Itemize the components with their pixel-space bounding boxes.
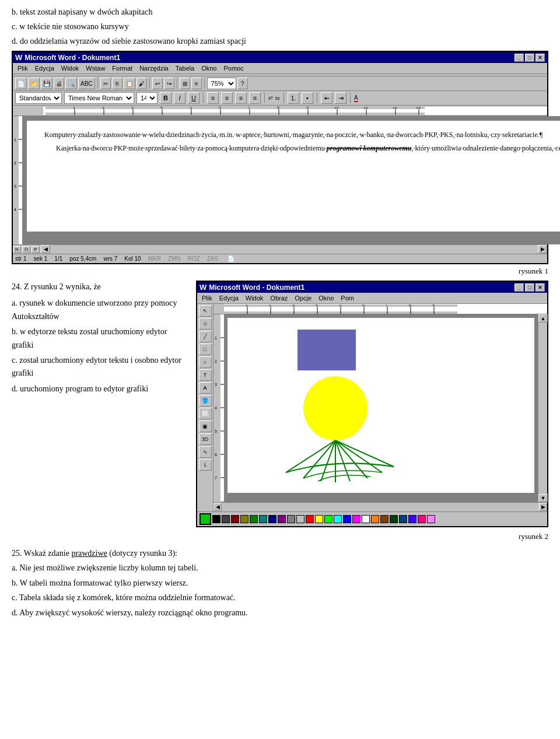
scroll-right-btn-2[interactable]: ▶: [539, 503, 547, 511]
print-button[interactable]: 🖨: [54, 78, 64, 89]
color-cyan[interactable]: [334, 515, 342, 523]
color-olive[interactable]: [240, 515, 249, 523]
draw-text-tool[interactable]: T: [199, 369, 212, 381]
color-teal[interactable]: [259, 515, 267, 523]
zoom-select[interactable]: 75% 100% 150%: [207, 78, 236, 89]
color-hot-pink[interactable]: [418, 515, 426, 523]
redo-button[interactable]: ↪: [164, 78, 174, 89]
menu-tabela[interactable]: Tabela: [172, 64, 198, 73]
menu-narzedzia[interactable]: Narzędzia: [136, 64, 172, 73]
paste-button[interactable]: 📋: [124, 78, 135, 89]
document-area-1[interactable]: Komputery·znalazły·zastosowanie·w·wielu·…: [22, 116, 560, 244]
scroll-down-btn-2[interactable]: ▼: [538, 494, 548, 502]
draw-select-tool[interactable]: ⊹: [199, 318, 212, 330]
menu-plik[interactable]: Plik: [14, 64, 32, 73]
menu2-edycja[interactable]: Edycja: [216, 293, 242, 303]
color-violet[interactable]: [408, 515, 416, 523]
decrease-indent-button[interactable]: ⇤: [321, 92, 332, 104]
draw-arrow-tool[interactable]: ↖: [199, 305, 212, 317]
draw-fill-tool[interactable]: 🪣: [199, 395, 212, 407]
style-select[interactable]: Standardowy: [15, 92, 62, 104]
menu2-pom[interactable]: Pom: [337, 293, 358, 303]
color-dark-green[interactable]: [250, 515, 258, 523]
maximize-button[interactable]: □: [525, 54, 534, 62]
color-brown[interactable]: [380, 515, 388, 523]
scroll-right-button[interactable]: ▶: [538, 245, 547, 253]
color-dark-gray[interactable]: [222, 515, 230, 523]
save-button[interactable]: 💾: [41, 78, 52, 89]
color-white[interactable]: [362, 515, 370, 523]
color-navy2[interactable]: [399, 515, 407, 523]
normal-view-button[interactable]: N: [13, 246, 21, 253]
menu2-plik[interactable]: Plik: [198, 293, 216, 303]
menu-wstaw[interactable]: Wstaw: [82, 64, 108, 73]
maximize-button-2[interactable]: □: [525, 283, 534, 292]
new-doc-button[interactable]: 📄: [15, 78, 27, 89]
bullets-button[interactable]: •: [302, 92, 313, 104]
align-center-button[interactable]: ≡: [221, 92, 233, 104]
italic-button[interactable]: I: [174, 92, 186, 104]
font-select[interactable]: Times New Roman: [64, 92, 134, 104]
scrollbar-bottom-2[interactable]: ◀ ▶: [214, 502, 547, 512]
color-dark-blue[interactable]: [268, 515, 276, 523]
scrollbar-right-2[interactable]: ▲ ▼: [538, 314, 547, 502]
spell-button[interactable]: ABC: [78, 78, 95, 89]
draw-shadow-tool[interactable]: ▣: [199, 421, 212, 432]
numbering-button[interactable]: 1.: [288, 92, 299, 104]
menu2-widok[interactable]: Widok: [242, 293, 267, 303]
color-magenta[interactable]: [352, 515, 360, 523]
menu-widok[interactable]: Widok: [58, 64, 83, 73]
menu2-obraz[interactable]: Obraz: [267, 293, 291, 303]
undo-button[interactable]: ↩: [152, 78, 163, 89]
cut-button[interactable]: ✂: [100, 78, 111, 89]
color-dark-red[interactable]: [231, 515, 239, 523]
scroll-up-btn-2[interactable]: ▲: [538, 314, 548, 323]
preview-button[interactable]: 🔍: [65, 78, 77, 89]
help-button[interactable]: ?: [237, 78, 248, 89]
color-silver[interactable]: [296, 515, 304, 523]
align-justify-button[interactable]: ≡: [249, 92, 261, 104]
menu2-okno[interactable]: Okno: [315, 293, 337, 303]
open-button[interactable]: 📂: [28, 78, 40, 89]
minimize-button-2[interactable]: _: [514, 283, 524, 292]
table-button[interactable]: ⊞: [180, 78, 190, 89]
subscript-btn[interactable]: x₂: [275, 95, 281, 101]
format-painter-button[interactable]: 🖌: [136, 78, 147, 89]
drawing-bg[interactable]: [224, 314, 538, 502]
color-lime[interactable]: [324, 515, 332, 523]
copy-button[interactable]: ⎘: [112, 78, 123, 89]
bold-button[interactable]: B: [160, 92, 172, 104]
color-purple[interactable]: [278, 515, 286, 523]
color-yellow[interactable]: [315, 515, 323, 523]
columns-button[interactable]: ≡: [191, 78, 202, 89]
color-gray[interactable]: [287, 515, 295, 523]
menu-okno[interactable]: Okno: [198, 64, 220, 73]
align-left-button[interactable]: ≡: [207, 92, 219, 104]
page-view-button[interactable]: P: [32, 246, 40, 253]
align-right-button[interactable]: ≡: [235, 92, 247, 104]
menu-pomoc[interactable]: Pomoc: [220, 64, 247, 73]
draw-curve-tool[interactable]: ∿: [199, 446, 212, 458]
minimize-button[interactable]: _: [514, 54, 524, 62]
close-button-2[interactable]: ✕: [536, 283, 545, 292]
draw-3d-tool[interactable]: 3D: [199, 433, 212, 445]
close-button[interactable]: ✕: [536, 54, 545, 62]
color-orange[interactable]: [371, 515, 379, 523]
draw-rect-tool[interactable]: □: [199, 344, 212, 355]
scroll-left-button[interactable]: ◀: [41, 245, 50, 253]
color-blue[interactable]: [343, 515, 351, 523]
underline-button[interactable]: U: [188, 92, 200, 104]
menu-format[interactable]: Format: [108, 64, 136, 73]
color-black[interactable]: [212, 515, 220, 523]
draw-a-tool[interactable]: A: [199, 382, 212, 394]
draw-connector-tool[interactable]: ⤹: [199, 459, 212, 471]
menu2-opcje[interactable]: Opcje: [291, 293, 315, 303]
drawing-canvas-inner[interactable]: [228, 318, 534, 493]
outline-view-button[interactable]: O: [22, 246, 30, 253]
draw-oval-tool[interactable]: ○: [199, 356, 212, 368]
scrollbar-bottom-1[interactable]: N O P ◀ ▶: [13, 244, 547, 254]
increase-indent-button[interactable]: ⇥: [335, 92, 346, 104]
scroll-left-btn-2[interactable]: ◀: [214, 503, 222, 511]
color-forest[interactable]: [390, 515, 398, 523]
superscript-btn[interactable]: x²: [268, 95, 273, 101]
